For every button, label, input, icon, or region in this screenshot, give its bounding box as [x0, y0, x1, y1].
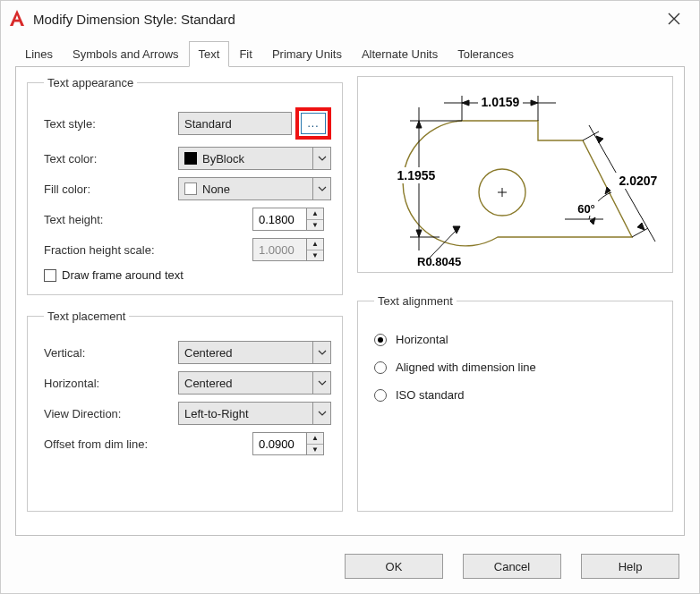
tab-text[interactable]: Text — [189, 41, 230, 67]
close-button[interactable] — [656, 6, 692, 31]
group-text-alignment: Text alignment Horizontal Aligned with d… — [357, 294, 673, 512]
combo-view-direction-value: Left-to-Right — [184, 407, 249, 420]
cancel-button[interactable]: Cancel — [463, 554, 561, 579]
spinner-fraction-height-scale: ▲ ▼ — [252, 238, 331, 261]
label-radio-aligned: Aligned with dimension line — [396, 361, 536, 374]
spin-up-icon: ▲ — [307, 239, 323, 250]
label-vertical: Vertical: — [44, 346, 178, 360]
spin-down-icon[interactable]: ▼ — [307, 220, 323, 231]
input-text-height[interactable] — [252, 208, 306, 231]
preview-dim-diag: 2.0207 — [619, 174, 657, 188]
tab-alternate-units[interactable]: Alternate Units — [352, 41, 448, 67]
spin-down-icon[interactable]: ▼ — [307, 445, 323, 455]
preview-dim-left: 1.1955 — [397, 168, 435, 182]
tab-lines[interactable]: Lines — [15, 41, 63, 67]
label-fraction-height-scale: Fraction height scale: — [44, 243, 196, 257]
spinner-offset[interactable]: ▲ ▼ — [252, 432, 331, 455]
window-title: Modify Dimension Style: Standard — [33, 12, 235, 27]
tab-tolerances[interactable]: Tolerances — [448, 41, 524, 67]
checkbox-draw-frame[interactable] — [44, 269, 56, 282]
radio-iso[interactable] — [374, 389, 387, 402]
label-text-color: Text color: — [44, 152, 178, 165]
help-button[interactable]: Help — [581, 554, 679, 579]
swatch-black-icon — [184, 152, 197, 165]
preview-dim-top: 1.0159 — [481, 95, 519, 109]
preview-radius: R0.8045 — [417, 255, 461, 268]
label-view-direction: View Direction: — [44, 407, 178, 420]
svg-line-12 — [632, 228, 648, 237]
chevron-down-icon[interactable] — [313, 177, 331, 200]
combo-text-color-value: ByBlock — [202, 152, 244, 165]
legend-text-placement: Text placement — [44, 310, 129, 323]
spin-up-icon[interactable]: ▲ — [307, 433, 323, 445]
tab-strip: Lines Symbols and Arrows Text Fit Primar… — [1, 37, 699, 66]
spinner-text-height[interactable]: ▲ ▼ — [252, 208, 331, 231]
ellipsis-icon: ... — [307, 117, 319, 130]
titlebar: Modify Dimension Style: Standard — [1, 1, 699, 37]
label-offset-from-dim-line: Offset from dim line: — [44, 437, 196, 451]
dialog-window: Modify Dimension Style: Standard Lines S… — [0, 0, 700, 594]
preview-pane: 1.0159 1.1955 — [357, 76, 673, 273]
combo-vertical[interactable]: Centered — [178, 341, 313, 364]
app-icon — [6, 8, 28, 30]
text-style-ellipsis-button[interactable]: ... — [301, 113, 326, 134]
label-text-height: Text height: — [44, 213, 178, 226]
preview-angle: 60° — [577, 202, 595, 216]
combo-text-style[interactable]: Standard — [178, 112, 292, 135]
tab-fit[interactable]: Fit — [229, 41, 261, 67]
group-text-placement: Text placement Vertical: Centered Horizo… — [27, 310, 343, 512]
combo-vertical-value: Centered — [184, 346, 232, 360]
combo-fill-color-value: None — [202, 182, 230, 196]
combo-fill-color[interactable]: None — [178, 177, 313, 200]
combo-view-direction[interactable]: Left-to-Right — [178, 402, 313, 425]
combo-horizontal-value: Centered — [184, 377, 232, 390]
combo-horizontal[interactable]: Centered — [178, 371, 313, 395]
label-horizontal: Horizontal: — [44, 377, 178, 390]
label-radio-horizontal: Horizontal — [396, 333, 448, 346]
legend-text-appearance: Text appearance — [44, 76, 137, 89]
spin-up-icon[interactable]: ▲ — [307, 208, 323, 220]
tab-primary-units[interactable]: Primary Units — [262, 41, 352, 67]
radio-horizontal[interactable] — [374, 334, 387, 346]
input-offset[interactable] — [252, 432, 306, 455]
ok-button[interactable]: OK — [345, 554, 443, 579]
input-fraction-height-scale — [252, 238, 306, 261]
label-fill-color: Fill color: — [44, 182, 178, 196]
group-text-appearance: Text appearance Text style: Standard ... — [27, 76, 343, 295]
chevron-down-icon[interactable] — [313, 371, 331, 395]
dialog-buttons: OK Cancel Help — [1, 545, 699, 593]
tab-symbols-and-arrows[interactable]: Symbols and Arrows — [63, 41, 189, 67]
swatch-none-icon — [184, 182, 197, 195]
chevron-down-icon[interactable] — [313, 341, 331, 364]
tab-page-text: Text appearance Text style: Standard ... — [15, 66, 685, 536]
label-text-style: Text style: — [44, 117, 178, 131]
combo-text-style-value: Standard — [184, 117, 232, 131]
spin-down-icon: ▼ — [307, 250, 323, 261]
chevron-down-icon[interactable] — [313, 147, 331, 170]
label-radio-iso: ISO standard — [396, 388, 465, 402]
combo-text-color[interactable]: ByBlock — [178, 147, 313, 170]
radio-aligned[interactable] — [374, 361, 387, 374]
chevron-down-icon[interactable] — [313, 402, 331, 425]
legend-text-alignment: Text alignment — [374, 294, 457, 308]
highlight-annotation: ... — [295, 107, 331, 140]
label-draw-frame: Draw frame around text — [62, 268, 184, 282]
